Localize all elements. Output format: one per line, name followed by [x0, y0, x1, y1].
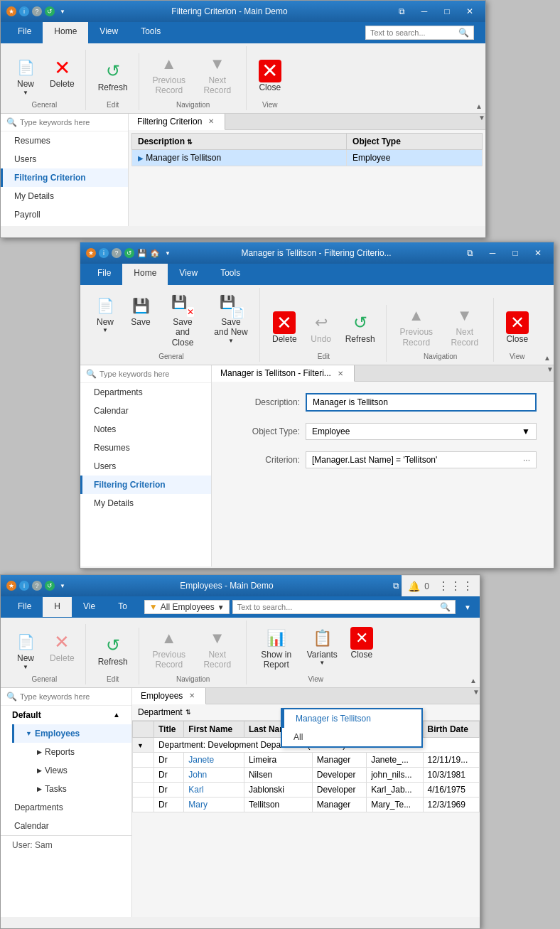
filter-save-new-button[interactable]: 💾 📄 Save and New ▼ — [208, 291, 254, 348]
emp-ribbon-collapse[interactable]: ▼ — [461, 603, 474, 611]
content-collapse[interactable]: ▼ — [478, 114, 485, 129]
emp-tab-home[interactable]: H — [43, 597, 72, 617]
filter-new-arrow[interactable]: ▼ — [102, 327, 108, 333]
filter-refresh-button[interactable]: ↺ Refresh — [340, 308, 380, 348]
filter-sidebar-search-input[interactable] — [97, 368, 196, 380]
filter-new-button[interactable]: 📄 New ▼ — [89, 291, 122, 337]
emp-department-sort[interactable]: ⇅ — [185, 709, 191, 716]
filter-undo-button[interactable]: ↩ Undo — [305, 308, 338, 348]
reports-expand-icon[interactable]: ▶ — [37, 748, 42, 756]
sidebar-default-section[interactable]: Default ▲ — [1, 706, 131, 724]
views-expand-icon[interactable]: ▶ — [37, 767, 42, 774]
emp-ribbon-collapse-btn[interactable]: ▲ — [470, 677, 477, 684]
minimize-btn[interactable]: ─ — [414, 4, 434, 18]
objecttype-dropdown-arrow[interactable]: ▼ — [522, 426, 530, 436]
sidebar-search-input[interactable] — [17, 117, 117, 128]
form-objecttype-select[interactable]: Employee ▼ — [306, 423, 537, 440]
group-expand-icon[interactable]: ▼ — [137, 742, 144, 749]
filter-close-btn[interactable]: ✕ — [528, 246, 548, 260]
filter-next-record-button[interactable]: ▼ Next Record — [442, 301, 488, 351]
emp-refresh-button[interactable]: ↺ Refresh — [93, 630, 133, 670]
filter-tab-tools[interactable]: Tools — [209, 264, 252, 285]
prev-record-button[interactable]: ▲ Previous Record — [146, 49, 192, 100]
filter-save-button[interactable]: 💾 Save — [124, 291, 157, 331]
filter-sidebar-filtering[interactable]: Filtering Criterion — [80, 476, 211, 494]
emp-sidebar-views[interactable]: ▶ Views — [23, 761, 131, 780]
sidebar-item-roles[interactable]: Roles — [1, 224, 128, 226]
criterion-menu-icon[interactable]: ··· — [523, 455, 530, 465]
emp-sidebar-calendar[interactable]: Calendar — [1, 817, 131, 835]
emp-show-report-button[interactable]: 📊 Show in Report — [254, 623, 299, 674]
content-tab-filtering[interactable]: Filtering Criterion ✕ — [129, 114, 225, 130]
emp-close-button[interactable]: ✕ Close — [345, 623, 378, 663]
new-dropdown-arrow[interactable]: ▼ — [23, 90, 28, 96]
tab-tools[interactable]: Tools — [129, 22, 172, 43]
filter-tab-view[interactable]: View — [168, 264, 209, 285]
close-button[interactable]: ✕ Close — [254, 56, 286, 96]
sidebar-item-resumes[interactable]: Resumes — [1, 131, 128, 150]
restore-btn[interactable]: ⧉ — [392, 4, 411, 18]
tasks-expand-icon[interactable]: ▶ — [37, 785, 42, 793]
filter-content-collapse[interactable]: ▼ — [546, 365, 554, 381]
emp-search-icon[interactable]: 🔍 — [440, 602, 451, 612]
emp-sidebar-tasks[interactable]: ▶ Tasks — [23, 780, 131, 798]
filter-sidebar-resumes[interactable]: Resumes — [80, 439, 211, 457]
delete-button[interactable]: ✕ Delete — [45, 53, 80, 92]
emp-delete-button[interactable]: ✕ Delete — [45, 627, 80, 667]
maximize-btn[interactable]: □ — [437, 4, 457, 18]
filter-sidebar-calendar[interactable]: Calendar — [80, 402, 211, 420]
next-record-button[interactable]: ▼ Next Record — [195, 49, 240, 100]
filter-ribbon-collapse[interactable]: ▲ — [544, 354, 551, 362]
filter-save-new-arrow[interactable]: ▼ — [228, 338, 234, 344]
emp-sidebar-employees[interactable]: ▼ Employees — [12, 724, 131, 743]
filter-delete-button[interactable]: ✕ Delete — [267, 308, 302, 348]
dropdown-item-all[interactable]: All — [282, 728, 421, 746]
emp-next-button[interactable]: ▼ Next Record — [195, 623, 240, 674]
sort-icon[interactable]: ⇅ — [187, 139, 193, 146]
filter-close-button[interactable]: ✕ Close — [501, 308, 534, 348]
sidebar-item-users[interactable]: Users — [1, 150, 128, 168]
emp-filter-arrow[interactable]: ▼ — [217, 603, 225, 611]
emp-search-input[interactable] — [237, 603, 437, 611]
emp-variants-button[interactable]: 📋 Variants ▼ — [302, 623, 343, 670]
content-tab-close[interactable]: ✕ — [206, 117, 216, 126]
close-btn[interactable]: ✕ — [460, 4, 480, 18]
sidebar-item-filtering[interactable]: Filtering Criterion — [1, 168, 128, 187]
sidebar-item-payroll[interactable]: Payroll — [1, 205, 128, 224]
filter-save-close-button[interactable]: 💾 ✕ Save and Close — [160, 291, 205, 351]
menu-dots[interactable]: ⋮⋮⋮ — [438, 579, 474, 593]
tab-file[interactable]: File — [6, 22, 43, 43]
emp-content-collapse[interactable]: ▼ — [473, 688, 480, 704]
filter-prev-record-button[interactable]: ▲ Previous Record — [394, 301, 439, 351]
tab-home[interactable]: Home — [43, 22, 88, 43]
emp-content-tab[interactable]: Employees ✕ — [132, 688, 206, 704]
emp-variants-arrow[interactable]: ▼ — [319, 660, 325, 666]
filter-tab-file[interactable]: File — [86, 264, 122, 285]
emp-prev-button[interactable]: ▲ Previous Record — [146, 623, 192, 674]
form-description-input[interactable] — [306, 393, 537, 412]
emp-sidebar-reports[interactable]: ▶ Reports — [23, 743, 131, 761]
filter-sidebar-departments[interactable]: Departments — [80, 383, 211, 402]
search-icon[interactable]: 🔍 — [458, 28, 469, 38]
emp-tab-view[interactable]: Vie — [72, 597, 107, 617]
ribbon-collapse[interactable]: ▲ — [475, 102, 483, 110]
search-input[interactable] — [370, 28, 456, 37]
filter-maximize-btn[interactable]: □ — [505, 246, 525, 260]
filter-sidebar-notes[interactable]: Notes — [80, 420, 211, 439]
emp-tab-file[interactable]: File — [6, 597, 43, 617]
emp-sidebar-departments[interactable]: Departments — [1, 798, 131, 817]
filter-chevron[interactable]: ▼ — [163, 248, 173, 258]
emp-new-arrow[interactable]: ▼ — [23, 664, 28, 670]
filter-minimize-btn[interactable]: ─ — [483, 246, 502, 260]
filter-content-tab[interactable]: Manager is Tellitson - Filteri... ✕ — [212, 365, 355, 382]
emp-new-button[interactable]: 📄 New ▼ — [9, 627, 42, 673]
tab-view[interactable]: View — [88, 22, 129, 43]
filter-sidebar-mydetails[interactable]: My Details — [80, 494, 211, 512]
emp-row-4[interactable]: Dr Mary Tellitson Manager Mary_Te... 12/… — [133, 797, 480, 812]
emp-sidebar-search-input[interactable] — [17, 691, 117, 702]
new-button[interactable]: 📄 New ▼ — [9, 53, 42, 99]
emp-tab-tools[interactable]: To — [107, 597, 139, 617]
emp-row-1[interactable]: Dr Janete Limeira Manager Janete_... 12/… — [133, 752, 480, 767]
form-criterion-field[interactable]: [Manager.Last Name] = 'Tellitson' ··· — [306, 451, 537, 468]
chevron-dropdown[interactable]: ▼ — [58, 6, 68, 16]
